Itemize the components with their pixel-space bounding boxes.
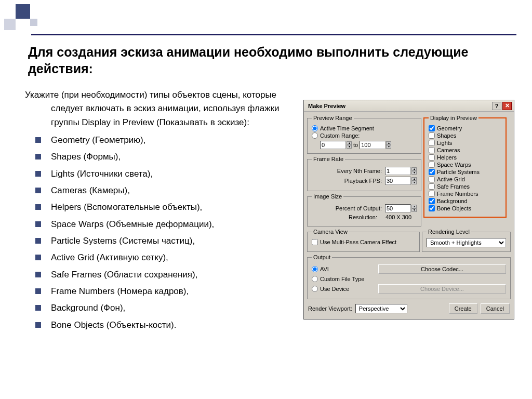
display-check-frame-numbers[interactable]: Frame Numbers xyxy=(429,191,501,197)
frame-rate-group: Frame Rate Every Nth Frame:▴▾ Playback F… xyxy=(307,156,421,191)
display-check-active-grid[interactable]: Active Grid xyxy=(429,176,501,182)
bullet-item: Active Grid (Активную сетку), xyxy=(25,251,295,264)
display-in-preview-group: Display in Preview GeometryShapesLightsC… xyxy=(423,115,507,218)
output-legend: Output xyxy=(312,254,332,260)
bullet-item: Background (Фон), xyxy=(25,301,295,315)
use-device-radio[interactable]: Use Device xyxy=(312,286,374,292)
dialog-title: Make Preview xyxy=(306,103,491,109)
display-legend: Display in Preview xyxy=(429,115,478,121)
rendering-level-select[interactable]: Smooth + Highlights xyxy=(427,238,506,247)
bullet-item: Lights (Источники света), xyxy=(25,167,295,181)
display-check-shapes[interactable]: Shapes xyxy=(429,132,501,139)
rendering-level-legend: Rendering Level xyxy=(427,229,471,235)
slide-title: Для создания эскиза анимации необходимо … xyxy=(28,44,511,77)
image-size-group: Image Size Percent of Output:▴▾ Resoluti… xyxy=(307,193,421,227)
bullet-item: Cameras (Камеры), xyxy=(25,184,295,197)
decorative-line xyxy=(31,34,516,35)
bullet-item: Particle Systems (Системы частиц), xyxy=(25,234,295,248)
intro-text: Укажите (при необходимости) типы объекто… xyxy=(25,88,295,129)
preview-range-legend: Preview Range xyxy=(312,115,354,121)
camera-view-legend: Camera View xyxy=(312,229,349,235)
display-check-geometry[interactable]: Geometry xyxy=(429,125,501,131)
display-check-safe-frames[interactable]: Safe Frames xyxy=(429,183,501,190)
active-time-radio[interactable]: Active Time Segment xyxy=(312,125,417,131)
rendering-level-group: Rendering Level Smooth + Highlights xyxy=(422,229,511,252)
dialog-titlebar[interactable]: Make Preview ? ✕ xyxy=(304,100,514,112)
nth-frame-input[interactable] xyxy=(385,167,411,175)
multipass-check[interactable]: Use Multi-Pass Camera Effect xyxy=(312,239,415,245)
bullet-list: Geometry (Геометрию), Shapes (Формы),Lig… xyxy=(25,134,295,332)
avi-radio[interactable]: AVI xyxy=(312,266,374,272)
range-to-input[interactable] xyxy=(360,141,385,149)
display-check-cameras[interactable]: Cameras xyxy=(429,147,501,153)
bullet-item: Space Warps (Объемные деформации), xyxy=(25,218,295,231)
choose-codec-button[interactable]: Choose Codec... xyxy=(378,264,506,274)
display-check-particle-systems[interactable]: Particle Systems xyxy=(429,169,501,175)
choose-device-button[interactable]: Choose Device... xyxy=(378,284,506,294)
custom-range-radio[interactable]: Custom Range: xyxy=(312,132,417,139)
image-size-legend: Image Size xyxy=(312,193,343,200)
output-group: Output AVI Choose Codec... Custom File T… xyxy=(307,254,511,299)
bullet-item: Shapes (Формы), xyxy=(25,150,295,164)
custom-file-radio[interactable]: Custom File Type xyxy=(312,276,506,282)
display-check-space-warps[interactable]: Space Warps xyxy=(429,162,501,168)
create-button[interactable]: Create xyxy=(449,303,477,314)
cancel-button[interactable]: Cancel xyxy=(481,303,510,314)
percent-output-input[interactable] xyxy=(385,204,411,212)
display-check-background[interactable]: Background xyxy=(429,198,501,204)
camera-view-group: Camera View Use Multi-Pass Camera Effect xyxy=(307,229,420,252)
bullet-item: Helpers (Вспомогательные объекты), xyxy=(25,201,295,214)
bullet-item: Geometry (Геометрию), xyxy=(25,134,295,147)
range-from-input[interactable] xyxy=(320,141,346,149)
fps-input[interactable] xyxy=(385,177,411,185)
display-check-helpers[interactable]: Helpers xyxy=(429,154,501,161)
bullet-item: Bone Objects (Объекты-кости). xyxy=(25,318,295,332)
display-check-bone-objects[interactable]: Bone Objects xyxy=(429,205,501,211)
preview-range-group: Preview Range Active Time Segment Custom… xyxy=(307,115,421,154)
close-button[interactable]: ✕ xyxy=(502,102,512,110)
bullet-item: Safe Frames (Области сохранения), xyxy=(25,268,295,282)
bullet-item: Frame Numbers (Номера кадров), xyxy=(25,285,295,298)
help-button[interactable]: ? xyxy=(492,102,501,110)
resolution-value: 400 X 300 xyxy=(380,214,417,220)
render-viewport-label: Render Viewport: xyxy=(308,305,352,312)
render-viewport-select[interactable]: Perspective xyxy=(355,304,407,313)
display-check-lights[interactable]: Lights xyxy=(429,140,501,146)
make-preview-dialog: Make Preview ? ✕ Preview Range Active Ti… xyxy=(303,100,514,320)
frame-rate-legend: Frame Rate xyxy=(312,156,345,162)
